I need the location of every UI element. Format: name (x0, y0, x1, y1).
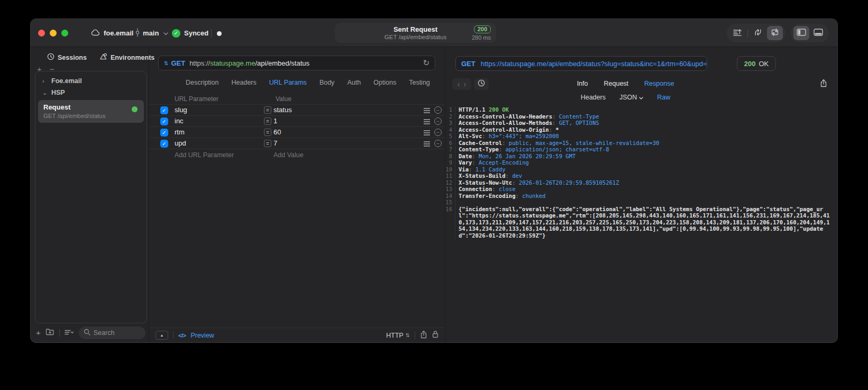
delete-param-button[interactable]: − (434, 106, 442, 114)
param-name-field[interactable]: upd (175, 139, 186, 147)
toggle-bottom-panel-button[interactable] (810, 26, 826, 40)
toggle-sidebar-button[interactable] (793, 26, 809, 40)
line-number: 1 (445, 106, 455, 113)
add-param-value-field[interactable]: Add Value (273, 151, 304, 159)
send-transfer-button[interactable] (767, 26, 783, 40)
tab-environments[interactable]: Environments (99, 53, 154, 62)
compare-button[interactable] (750, 26, 766, 40)
branch-selector[interactable]: main (135, 19, 168, 47)
response-raw-view: 1 HTTP/1.1 200 OK 2 Access-Control-Allow… (445, 106, 832, 342)
tab-sessions[interactable]: Sessions (47, 53, 87, 62)
group-separator (747, 29, 748, 38)
session-dot-icon[interactable] (217, 31, 222, 36)
reorder-handle-icon[interactable] (424, 119, 430, 124)
search-input[interactable]: Search (79, 326, 145, 339)
param-row: ✓ slug = status − (149, 105, 445, 116)
new-group-button[interactable] (45, 328, 54, 338)
sync-check-icon: ✓ (172, 29, 180, 38)
branch-name: main (143, 29, 159, 37)
delete-param-button[interactable]: − (434, 140, 442, 147)
list-sort-icon (65, 328, 74, 337)
tree-item-label: Foe.email (51, 77, 82, 85)
line-number: 14 (445, 193, 455, 199)
history-clock-icon (47, 53, 54, 62)
code-line: 5 Alt-Svc: h3=":443"; ma=2592000 (445, 133, 832, 140)
export-lines-button[interactable] (729, 26, 745, 40)
param-checkbox[interactable]: ✓ (160, 129, 168, 137)
subtab-headers[interactable]: Headers (581, 94, 606, 101)
tab-response[interactable]: Response (644, 80, 674, 87)
equals-operator-icon[interactable]: = (264, 106, 271, 114)
equals-operator-icon[interactable]: = (264, 129, 271, 136)
request-editor-tab[interactable]: Auth (347, 79, 361, 86)
response-status-code: 200 (744, 60, 756, 68)
sent-request-pill[interactable]: Sent Request GET /api/embed/status 200 2… (335, 23, 496, 43)
resend-request-button[interactable]: ↻ (423, 58, 430, 68)
project-selector[interactable]: foe.email (91, 19, 133, 47)
param-value-field[interactable]: 7 (273, 139, 277, 147)
reorder-handle-icon[interactable] (424, 108, 430, 113)
request-url-bar[interactable]: ⇅ GET https://statuspage.me/api/embed/st… (158, 56, 435, 70)
footer-separator (173, 331, 173, 339)
tab-request[interactable]: Request (604, 80, 629, 87)
code-line: 14 Transfer-Encoding: chunked (445, 193, 832, 199)
code-line: 8 Date: Mon, 26 Jan 2026 20:29:59 GMT (445, 153, 832, 160)
line-number: 4 (445, 126, 455, 133)
lock-button[interactable] (432, 330, 438, 340)
param-name-field[interactable]: inc (175, 117, 184, 125)
delete-param-button[interactable]: − (434, 129, 442, 136)
protocol-selector[interactable]: HTTP ⇅ (386, 332, 410, 339)
request-list-item-selected[interactable]: Request GET /api/embed/status (38, 100, 144, 123)
param-checkbox[interactable]: ✓ (160, 140, 168, 148)
preview-button[interactable]: Preview (190, 332, 214, 339)
subtab-json-dropdown[interactable]: JSON (619, 94, 643, 101)
chevron-right-icon: › (42, 78, 47, 84)
request-method[interactable]: GET (171, 59, 185, 67)
window-titlebar: foe.email main ✓ Synced Sent Request GET… (31, 19, 837, 47)
minimize-window-button[interactable] (50, 30, 57, 37)
export-response-button[interactable] (817, 78, 830, 90)
close-window-button[interactable] (38, 30, 45, 37)
equals-operator-icon[interactable]: = (264, 140, 271, 147)
request-editor-footer: ▲ </> Preview HTTP ⇅ (149, 328, 445, 342)
param-value-field[interactable]: 60 (273, 128, 281, 136)
reorder-handle-icon[interactable] (424, 141, 430, 147)
request-editor-tab[interactable]: Testing (409, 79, 430, 86)
param-checkbox[interactable]: ✓ (160, 117, 168, 125)
sort-options-button[interactable] (65, 328, 74, 338)
sync-status[interactable]: ✓ Synced (172, 19, 208, 47)
export-lines-icon (733, 28, 742, 39)
request-editor-tab[interactable]: Options (373, 79, 396, 86)
add-param-name-field[interactable]: Add URL Parameter (175, 151, 234, 159)
request-editor-tab[interactable]: Headers (232, 79, 257, 86)
reorder-handle-icon[interactable] (424, 130, 430, 135)
chevron-down-icon: ⌄ (42, 89, 47, 96)
param-checkbox[interactable]: ✓ (160, 106, 168, 114)
request-editor-tab[interactable]: Description (186, 79, 219, 86)
param-value-field[interactable]: status (273, 106, 292, 114)
equals-operator-icon[interactable]: = (264, 117, 271, 125)
request-editor-tab[interactable]: Body (319, 79, 335, 86)
new-request-button[interactable]: + (36, 328, 41, 337)
compare-arrows-icon (753, 28, 763, 39)
tree-item-foe-email[interactable]: › Foe.email (35, 75, 147, 87)
share-button[interactable] (420, 330, 427, 341)
param-name-field[interactable]: slug (175, 106, 187, 114)
subtab-raw[interactable]: Raw (657, 94, 670, 101)
method-stepper-icon[interactable]: ⇅ (164, 60, 168, 66)
tree-item-hsp[interactable]: ⌄ HSP (35, 87, 147, 98)
zoom-window-button[interactable] (61, 30, 68, 37)
response-url-box[interactable]: GET https://statuspage.me/api/embed/stat… (455, 56, 707, 71)
collapse-panel-button[interactable]: ▲ (156, 331, 168, 340)
tab-info[interactable]: Info (577, 80, 588, 87)
chevron-down-icon (163, 29, 168, 37)
code-line: 13 Connection: close (445, 186, 832, 193)
bottom-panel-layout-icon (814, 29, 823, 38)
request-editor-tab[interactable]: URL Params (269, 79, 307, 86)
code-line: 9 Vary: Accept-Encoding (445, 159, 832, 166)
request-url[interactable]: https://statuspage.me/api/embed/status (189, 59, 309, 67)
code-line: 7 Content-Type: application/json; charse… (445, 146, 832, 153)
param-value-field[interactable]: 1 (273, 117, 277, 125)
delete-param-button[interactable]: − (434, 117, 442, 125)
param-name-field[interactable]: rtm (175, 128, 185, 136)
